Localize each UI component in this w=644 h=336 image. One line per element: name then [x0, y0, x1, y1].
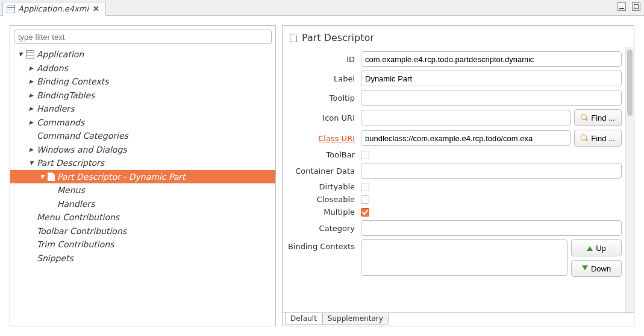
close-icon[interactable]: ✕ [92, 4, 101, 13]
iconuri-field[interactable] [361, 110, 571, 125]
tree-item-binding-tables[interactable]: ▶ BindingTables [10, 89, 275, 103]
label-field[interactable] [361, 71, 622, 86]
model-tree[interactable]: ▼ Application ▶ Addons ▶ Binding Context… [10, 46, 275, 326]
tree-item-pd-menus[interactable]: ▶ Menus [10, 183, 275, 197]
row-closeable: Closeable [283, 193, 622, 206]
label-iconuri: Icon URI [283, 113, 361, 122]
tree-item-toolbar-contributions[interactable]: ▶ Toolbar Contributions [10, 224, 275, 238]
detail-form: ID Label Tooltip Icon URI [283, 47, 625, 326]
tree-item-command-categories[interactable]: ▶ Command Categories [10, 129, 275, 143]
part-descriptor-icon [48, 173, 55, 181]
detail-title: Part Descriptor [302, 32, 374, 43]
arrow-down-icon [582, 265, 588, 271]
category-field[interactable] [361, 220, 622, 236]
containerdata-field[interactable] [361, 163, 622, 179]
search-icon [581, 114, 588, 121]
tree-item-handlers[interactable]: ▶ Handlers [10, 102, 275, 116]
label-dirtyable: Dirtyable [283, 182, 361, 191]
tree-label: Menu Contributions [37, 212, 119, 222]
tree-label: Addons [37, 63, 68, 73]
part-descriptor-icon [290, 34, 297, 42]
tree-label: Toolbar Contributions [37, 226, 127, 236]
expand-icon: ▶ [28, 78, 34, 84]
scrollbar-thumb[interactable] [627, 49, 633, 116]
maximize-button[interactable] [632, 2, 640, 11]
label-multiple: Multiple [283, 208, 361, 217]
row-multiple: Multiple [283, 206, 622, 218]
button-label: Find ... [591, 134, 615, 143]
expand-icon: ▶ [28, 106, 34, 112]
expand-icon: ▶ [28, 147, 34, 153]
editor-workbench: Application.e4xmi ✕ ▼ Application ▶ A [0, 0, 644, 336]
tree-label: Windows and Dialogs [37, 145, 127, 154]
row-tooltip: Tooltip [283, 88, 622, 107]
expand-icon: ▼ [17, 51, 23, 57]
tree-item-commands[interactable]: ▶ Commands [10, 116, 275, 130]
row-dirtyable: Dirtyable [283, 180, 622, 193]
label-classuri[interactable]: Class URI [283, 134, 361, 143]
tree-label: Part Descriptor - Dynamic Part [57, 172, 186, 182]
row-bindingcontexts: Binding Contexts Up Down [283, 238, 622, 279]
detail-header: Part Descriptor [283, 26, 634, 47]
bindingcontexts-list[interactable] [361, 239, 567, 276]
tab-default[interactable]: Default [285, 313, 322, 325]
row-iconuri: Icon URI Find ... [283, 107, 622, 128]
label-label: Label [283, 74, 361, 83]
label-bindingcontexts: Binding Contexts [283, 239, 361, 251]
tree-item-addons[interactable]: ▶ Addons [10, 62, 275, 75]
application-icon [26, 50, 34, 59]
tree-label: BindingTables [37, 90, 95, 100]
label-closeable: Closeable [283, 195, 361, 204]
tree-item-windows-dialogs[interactable]: ▶ Windows and Dialogs [10, 143, 275, 157]
label-containerdata: Container Data [283, 166, 361, 176]
editor-body: ▼ Application ▶ Addons ▶ Binding Context… [0, 16, 644, 336]
search-icon [581, 135, 588, 142]
e4xmi-file-icon [7, 5, 15, 13]
tree-filter-input[interactable] [14, 30, 272, 44]
down-button[interactable]: Down [571, 260, 622, 277]
row-id: ID [283, 49, 622, 69]
closeable-checkbox[interactable] [361, 195, 369, 204]
reorder-buttons: Up Down [571, 239, 622, 277]
editor-tabbar: Application.e4xmi ✕ [0, 0, 644, 16]
tree-item-part-descriptors[interactable]: ▼ Part Descriptors [10, 156, 275, 170]
label-tooltip: Tooltip [283, 94, 361, 103]
find-classuri-button[interactable]: Find ... [574, 130, 622, 147]
tree-item-menu-contributions[interactable]: ▶ Menu Contributions [10, 211, 275, 224]
expand-icon: ▶ [28, 119, 34, 125]
tree-item-binding-contexts[interactable]: ▶ Binding Contexts [10, 75, 275, 89]
tree-label: Trim Contributions [37, 239, 114, 249]
button-label: Down [591, 264, 611, 273]
minimize-button[interactable] [617, 2, 626, 11]
tree-label: Menus [57, 185, 85, 195]
find-iconuri-button[interactable]: Find ... [574, 109, 622, 126]
tree-item-trim-contributions[interactable]: ▶ Trim Contributions [10, 238, 275, 252]
up-button[interactable]: Up [571, 239, 622, 256]
form-scroll-wrap: ID Label Tooltip Icon URI [283, 47, 634, 326]
view-window-controls [617, 2, 640, 11]
label-toolbar: ToolBar [283, 150, 361, 159]
dirtyable-checkbox[interactable] [361, 183, 369, 191]
row-category: Category [283, 218, 622, 238]
tree-item-part-descriptor[interactable]: ▼ Part Descriptor - Dynamic Part [10, 170, 275, 184]
tree-item-pd-handlers[interactable]: ▶ Handlers [10, 197, 275, 211]
classuri-field[interactable] [361, 130, 571, 146]
vertical-scrollbar[interactable] [625, 47, 634, 312]
button-label: Up [596, 244, 606, 253]
expand-icon: ▼ [28, 160, 34, 166]
expand-icon: ▼ [39, 174, 45, 180]
tree-item-application[interactable]: ▼ Application [10, 48, 275, 62]
editor-tab[interactable]: Application.e4xmi ✕ [2, 2, 106, 16]
id-field[interactable] [361, 51, 622, 67]
multiple-checkbox[interactable] [361, 208, 369, 217]
row-classuri: Class URI Find ... [283, 128, 622, 148]
tree-label: Snippets [37, 253, 73, 263]
tooltip-field[interactable] [361, 90, 622, 106]
label-category: Category [283, 224, 361, 233]
toolbar-checkbox[interactable] [361, 151, 369, 159]
tree-item-snippets[interactable]: ▶ Snippets [10, 252, 275, 265]
tree-label: Commands [37, 118, 84, 127]
detail-panel: Part Descriptor ID Label Tooltip Icon [282, 25, 634, 326]
tree-label: Handlers [37, 104, 74, 113]
tab-supplementary[interactable]: Supplementary [322, 313, 389, 325]
